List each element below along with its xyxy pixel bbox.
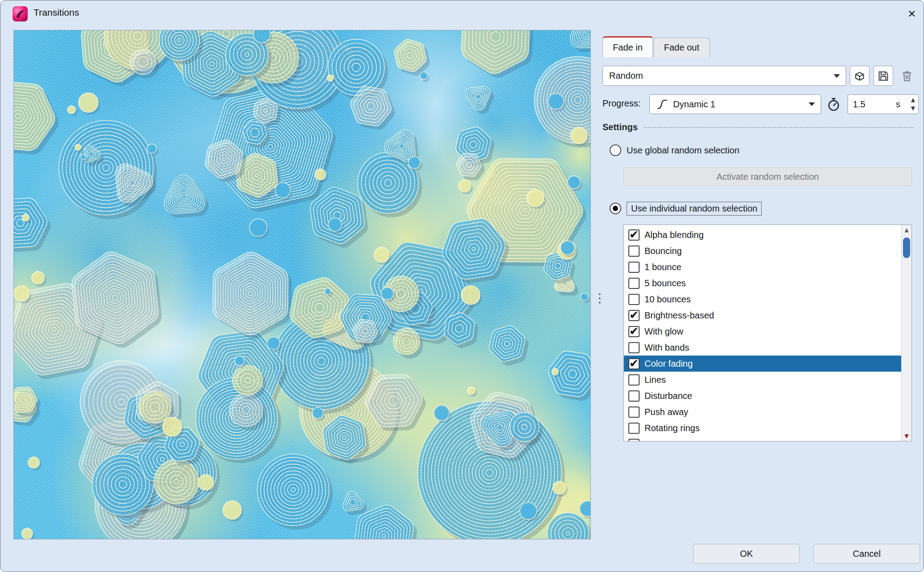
app-logo-icon xyxy=(13,6,28,21)
close-icon[interactable]: ✕ xyxy=(904,6,920,22)
checkbox[interactable] xyxy=(628,358,640,369)
settings-header: Settings xyxy=(602,122,638,132)
checkbox[interactable] xyxy=(628,262,640,273)
chevron-down-icon xyxy=(834,74,840,78)
progress-curve-combobox[interactable]: Dynamic 1 xyxy=(649,94,821,114)
scrollbar[interactable]: ▲ ▼ xyxy=(901,225,911,441)
list-item-label: Alpha blending xyxy=(644,230,704,240)
list-item[interactable]: Bouncing xyxy=(624,243,901,259)
checkbox[interactable] xyxy=(628,407,640,418)
activate-random-button[interactable]: Activate random selection xyxy=(623,167,912,186)
splitter-handle[interactable]: ⋮ xyxy=(593,290,602,308)
duration-value: 1.5 xyxy=(848,99,865,110)
tab-fade-in[interactable]: Fade in xyxy=(602,36,653,57)
global-random-label: Use global random selection xyxy=(627,145,739,156)
list-item[interactable]: 5 bounces xyxy=(624,275,901,291)
3d-box-button[interactable] xyxy=(850,66,869,86)
list-item-label: Brightness-based xyxy=(644,310,714,321)
list-item[interactable]: 10 bounces xyxy=(624,291,901,307)
list-item-label: Color fading xyxy=(644,359,693,369)
checkbox[interactable] xyxy=(628,229,640,241)
individual-random-label: Use individual random selection xyxy=(627,202,762,216)
window-title: Transitions xyxy=(34,7,79,18)
checkbox[interactable] xyxy=(628,246,640,257)
list-item[interactable]: Color fading xyxy=(624,356,901,372)
list-item[interactable]: 1 bounce xyxy=(624,259,901,275)
list-item[interactable]: Rotating rings xyxy=(624,420,901,436)
duration-spinbox[interactable]: 1.5 s ▲▼ xyxy=(848,94,919,114)
delete-button[interactable] xyxy=(897,66,917,86)
cancel-button[interactable]: Cancel xyxy=(814,544,920,564)
transitions-dialog: Transitions ✕ ⋮ Fade in Fade out Random … xyxy=(0,0,924,572)
transition-preview xyxy=(13,30,591,539)
preset-value: Random xyxy=(609,71,643,81)
individual-random-radio[interactable]: Use individual random selection xyxy=(610,202,762,215)
radio-icon[interactable] xyxy=(610,203,621,214)
list-item-label: Rotating rings xyxy=(644,423,699,433)
save-icon xyxy=(877,69,890,83)
list-item[interactable]: Brightness-based xyxy=(624,307,901,323)
list-item[interactable]: With glow xyxy=(624,323,901,339)
scroll-down-icon[interactable]: ▼ xyxy=(902,431,911,441)
progress-curve-value: Dynamic 1 xyxy=(673,99,715,110)
radio-icon[interactable] xyxy=(610,144,621,156)
preset-combobox[interactable]: Random xyxy=(602,66,846,86)
transition-list: Alpha blending Bouncing 1 bounce 5 bounc… xyxy=(623,225,912,441)
list-item[interactable]: Push away xyxy=(624,404,901,420)
spinner-arrows[interactable]: ▲▼ xyxy=(911,96,915,113)
duration-unit: s xyxy=(896,99,900,110)
checkbox[interactable] xyxy=(628,374,640,386)
list-item[interactable]: Disturbance xyxy=(624,388,901,404)
settings-header-row: Settings xyxy=(602,120,914,134)
3d-box-icon xyxy=(853,69,866,83)
checkbox[interactable] xyxy=(628,294,640,305)
list-item-label: With glow xyxy=(644,326,683,337)
tab-fade-out[interactable]: Fade out xyxy=(653,38,710,57)
scrollbar-thumb[interactable] xyxy=(903,237,910,258)
list-item-label: Bouncing xyxy=(644,246,682,256)
spin-down-icon[interactable]: ▼ xyxy=(911,104,915,113)
list-item[interactable]: With bands xyxy=(624,339,901,356)
titlebar: Transitions ✕ xyxy=(0,0,924,27)
save-button[interactable] xyxy=(873,66,893,86)
list-item-label: With bands xyxy=(644,343,689,353)
list-item[interactable]: Lines xyxy=(624,372,901,388)
progress-curve-icon xyxy=(656,98,669,110)
checkbox[interactable] xyxy=(628,439,640,441)
checkbox[interactable] xyxy=(628,326,640,337)
chevron-down-icon xyxy=(809,102,815,106)
spin-up-icon[interactable]: ▲ xyxy=(911,96,915,104)
scroll-up-icon[interactable]: ▲ xyxy=(902,225,911,235)
trash-icon xyxy=(900,69,914,83)
checkbox[interactable] xyxy=(628,278,640,289)
list-item-label: Push away xyxy=(644,407,688,417)
list-item[interactable]: Alpha blending xyxy=(624,227,901,243)
checkbox[interactable] xyxy=(628,423,640,434)
list-item-label: Disturbance xyxy=(644,391,692,401)
list-item-label: 10 bounces xyxy=(644,294,691,305)
transition-list-rows: Alpha blending Bouncing 1 bounce 5 bounc… xyxy=(624,225,901,441)
settings-rule xyxy=(644,127,914,128)
list-item-label: 5 bounces xyxy=(644,278,686,288)
progress-label: Progress: xyxy=(602,98,641,109)
ok-button[interactable]: OK xyxy=(693,544,800,564)
stopwatch-icon xyxy=(826,97,841,112)
list-item-label: 1 bounce xyxy=(644,262,681,272)
checkbox[interactable] xyxy=(628,390,640,402)
checkbox[interactable] xyxy=(628,342,640,353)
global-random-radio[interactable]: Use global random selection xyxy=(610,144,739,157)
list-item-label: Lines xyxy=(644,375,666,385)
list-item[interactable] xyxy=(624,436,901,441)
checkbox[interactable] xyxy=(628,310,640,321)
